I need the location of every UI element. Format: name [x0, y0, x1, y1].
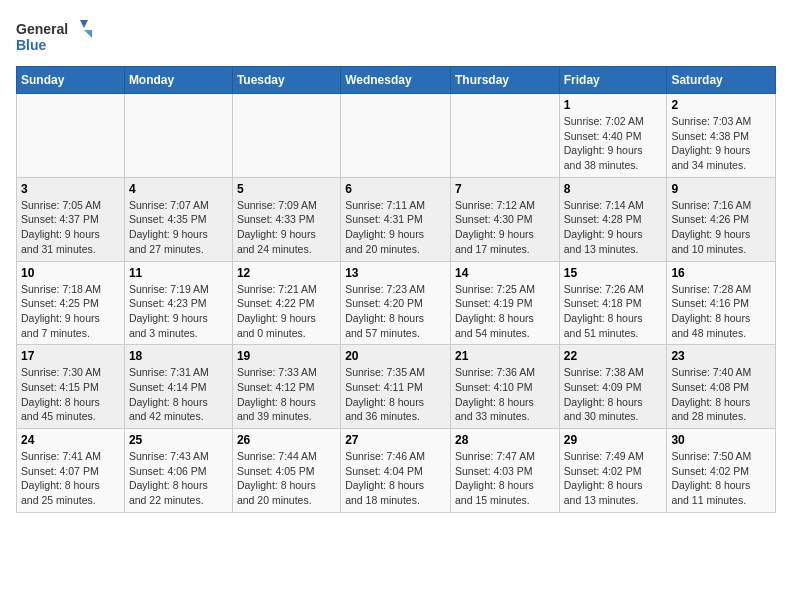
day-info: Sunrise: 7:11 AM Sunset: 4:31 PM Dayligh…: [345, 198, 446, 257]
calendar-cell: 2Sunrise: 7:03 AM Sunset: 4:38 PM Daylig…: [667, 94, 776, 178]
calendar-cell: [17, 94, 125, 178]
calendar-cell: 11Sunrise: 7:19 AM Sunset: 4:23 PM Dayli…: [124, 261, 232, 345]
weekday-header: Monday: [124, 67, 232, 94]
day-info: Sunrise: 7:50 AM Sunset: 4:02 PM Dayligh…: [671, 449, 771, 508]
day-info: Sunrise: 7:14 AM Sunset: 4:28 PM Dayligh…: [564, 198, 663, 257]
day-number: 15: [564, 266, 663, 280]
day-number: 8: [564, 182, 663, 196]
calendar-cell: 30Sunrise: 7:50 AM Sunset: 4:02 PM Dayli…: [667, 429, 776, 513]
day-number: 2: [671, 98, 771, 112]
day-info: Sunrise: 7:03 AM Sunset: 4:38 PM Dayligh…: [671, 114, 771, 173]
day-info: Sunrise: 7:40 AM Sunset: 4:08 PM Dayligh…: [671, 365, 771, 424]
calendar-cell: 29Sunrise: 7:49 AM Sunset: 4:02 PM Dayli…: [559, 429, 667, 513]
calendar-cell: 10Sunrise: 7:18 AM Sunset: 4:25 PM Dayli…: [17, 261, 125, 345]
calendar-table: SundayMondayTuesdayWednesdayThursdayFrid…: [16, 66, 776, 513]
weekday-header: Thursday: [450, 67, 559, 94]
calendar-cell: 3Sunrise: 7:05 AM Sunset: 4:37 PM Daylig…: [17, 177, 125, 261]
day-number: 20: [345, 349, 446, 363]
day-number: 17: [21, 349, 120, 363]
calendar-cell: 6Sunrise: 7:11 AM Sunset: 4:31 PM Daylig…: [341, 177, 451, 261]
calendar-week-row: 24Sunrise: 7:41 AM Sunset: 4:07 PM Dayli…: [17, 429, 776, 513]
day-info: Sunrise: 7:47 AM Sunset: 4:03 PM Dayligh…: [455, 449, 555, 508]
calendar-cell: 15Sunrise: 7:26 AM Sunset: 4:18 PM Dayli…: [559, 261, 667, 345]
day-number: 21: [455, 349, 555, 363]
day-info: Sunrise: 7:23 AM Sunset: 4:20 PM Dayligh…: [345, 282, 446, 341]
day-number: 1: [564, 98, 663, 112]
day-info: Sunrise: 7:35 AM Sunset: 4:11 PM Dayligh…: [345, 365, 446, 424]
calendar-cell: 14Sunrise: 7:25 AM Sunset: 4:19 PM Dayli…: [450, 261, 559, 345]
day-info: Sunrise: 7:12 AM Sunset: 4:30 PM Dayligh…: [455, 198, 555, 257]
calendar-week-row: 10Sunrise: 7:18 AM Sunset: 4:25 PM Dayli…: [17, 261, 776, 345]
svg-marker-3: [84, 30, 92, 38]
day-info: Sunrise: 7:46 AM Sunset: 4:04 PM Dayligh…: [345, 449, 446, 508]
weekday-header: Saturday: [667, 67, 776, 94]
day-number: 6: [345, 182, 446, 196]
day-number: 4: [129, 182, 228, 196]
day-info: Sunrise: 7:43 AM Sunset: 4:06 PM Dayligh…: [129, 449, 228, 508]
day-number: 22: [564, 349, 663, 363]
logo-svg: GeneralBlue: [16, 16, 96, 56]
day-number: 3: [21, 182, 120, 196]
calendar-cell: 8Sunrise: 7:14 AM Sunset: 4:28 PM Daylig…: [559, 177, 667, 261]
day-info: Sunrise: 7:16 AM Sunset: 4:26 PM Dayligh…: [671, 198, 771, 257]
calendar-cell: 22Sunrise: 7:38 AM Sunset: 4:09 PM Dayli…: [559, 345, 667, 429]
weekday-header: Friday: [559, 67, 667, 94]
calendar-cell: [232, 94, 340, 178]
day-info: Sunrise: 7:49 AM Sunset: 4:02 PM Dayligh…: [564, 449, 663, 508]
day-info: Sunrise: 7:38 AM Sunset: 4:09 PM Dayligh…: [564, 365, 663, 424]
day-number: 12: [237, 266, 336, 280]
calendar-week-row: 1Sunrise: 7:02 AM Sunset: 4:40 PM Daylig…: [17, 94, 776, 178]
calendar-cell: 28Sunrise: 7:47 AM Sunset: 4:03 PM Dayli…: [450, 429, 559, 513]
weekday-header-row: SundayMondayTuesdayWednesdayThursdayFrid…: [17, 67, 776, 94]
calendar-cell: 20Sunrise: 7:35 AM Sunset: 4:11 PM Dayli…: [341, 345, 451, 429]
calendar-cell: 5Sunrise: 7:09 AM Sunset: 4:33 PM Daylig…: [232, 177, 340, 261]
calendar-cell: 17Sunrise: 7:30 AM Sunset: 4:15 PM Dayli…: [17, 345, 125, 429]
calendar-cell: 7Sunrise: 7:12 AM Sunset: 4:30 PM Daylig…: [450, 177, 559, 261]
day-number: 27: [345, 433, 446, 447]
svg-text:Blue: Blue: [16, 37, 47, 53]
calendar-cell: 25Sunrise: 7:43 AM Sunset: 4:06 PM Dayli…: [124, 429, 232, 513]
day-number: 23: [671, 349, 771, 363]
calendar-cell: 23Sunrise: 7:40 AM Sunset: 4:08 PM Dayli…: [667, 345, 776, 429]
day-info: Sunrise: 7:41 AM Sunset: 4:07 PM Dayligh…: [21, 449, 120, 508]
day-info: Sunrise: 7:05 AM Sunset: 4:37 PM Dayligh…: [21, 198, 120, 257]
calendar-week-row: 17Sunrise: 7:30 AM Sunset: 4:15 PM Dayli…: [17, 345, 776, 429]
calendar-cell: [124, 94, 232, 178]
day-number: 16: [671, 266, 771, 280]
day-info: Sunrise: 7:09 AM Sunset: 4:33 PM Dayligh…: [237, 198, 336, 257]
day-info: Sunrise: 7:07 AM Sunset: 4:35 PM Dayligh…: [129, 198, 228, 257]
day-number: 11: [129, 266, 228, 280]
calendar-cell: 16Sunrise: 7:28 AM Sunset: 4:16 PM Dayli…: [667, 261, 776, 345]
logo: GeneralBlue: [16, 16, 96, 56]
day-number: 29: [564, 433, 663, 447]
day-number: 25: [129, 433, 228, 447]
svg-text:General: General: [16, 21, 68, 37]
weekday-header: Sunday: [17, 67, 125, 94]
day-number: 24: [21, 433, 120, 447]
calendar-cell: 1Sunrise: 7:02 AM Sunset: 4:40 PM Daylig…: [559, 94, 667, 178]
day-info: Sunrise: 7:21 AM Sunset: 4:22 PM Dayligh…: [237, 282, 336, 341]
day-info: Sunrise: 7:44 AM Sunset: 4:05 PM Dayligh…: [237, 449, 336, 508]
weekday-header: Tuesday: [232, 67, 340, 94]
day-number: 18: [129, 349, 228, 363]
calendar-cell: 19Sunrise: 7:33 AM Sunset: 4:12 PM Dayli…: [232, 345, 340, 429]
calendar-cell: 27Sunrise: 7:46 AM Sunset: 4:04 PM Dayli…: [341, 429, 451, 513]
day-info: Sunrise: 7:25 AM Sunset: 4:19 PM Dayligh…: [455, 282, 555, 341]
day-number: 26: [237, 433, 336, 447]
day-info: Sunrise: 7:26 AM Sunset: 4:18 PM Dayligh…: [564, 282, 663, 341]
day-number: 9: [671, 182, 771, 196]
day-number: 28: [455, 433, 555, 447]
header: GeneralBlue: [16, 16, 776, 56]
svg-marker-2: [80, 20, 88, 28]
day-info: Sunrise: 7:28 AM Sunset: 4:16 PM Dayligh…: [671, 282, 771, 341]
day-number: 14: [455, 266, 555, 280]
day-number: 10: [21, 266, 120, 280]
day-info: Sunrise: 7:33 AM Sunset: 4:12 PM Dayligh…: [237, 365, 336, 424]
calendar-cell: 12Sunrise: 7:21 AM Sunset: 4:22 PM Dayli…: [232, 261, 340, 345]
calendar-cell: 13Sunrise: 7:23 AM Sunset: 4:20 PM Dayli…: [341, 261, 451, 345]
day-number: 7: [455, 182, 555, 196]
day-info: Sunrise: 7:02 AM Sunset: 4:40 PM Dayligh…: [564, 114, 663, 173]
day-info: Sunrise: 7:30 AM Sunset: 4:15 PM Dayligh…: [21, 365, 120, 424]
day-number: 5: [237, 182, 336, 196]
calendar-week-row: 3Sunrise: 7:05 AM Sunset: 4:37 PM Daylig…: [17, 177, 776, 261]
